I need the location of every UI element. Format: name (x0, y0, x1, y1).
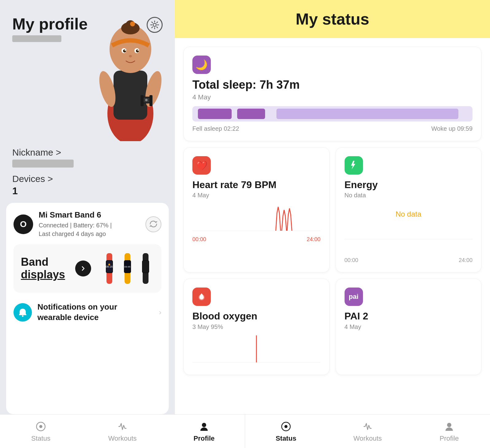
profile-icon-right (443, 420, 455, 433)
status-content: 🌙 Total sleep: 7h 37m 4 May Fell asleep … (175, 38, 490, 414)
energy-no-data: No data (345, 204, 473, 225)
svg-point-13 (125, 50, 126, 51)
nav-status-right[interactable]: Status (245, 415, 327, 448)
heart-rate-chart (192, 204, 321, 234)
device-row: O Mi Smart Band 6 Connected | Battery: 6… (14, 210, 161, 238)
nav-status-label-right: Status (276, 434, 296, 442)
device-info: Mi Smart Band 6 Connected | Battery: 67%… (39, 210, 140, 238)
heart-rate-title: Heart rate 79 BPM (192, 179, 321, 191)
svg-point-41 (202, 423, 206, 427)
sleep-title: Total sleep: 7h 37m (192, 78, 473, 91)
status-title: My status (185, 10, 480, 28)
band-displays-card[interactable]: Band displays 08:16 (14, 244, 161, 293)
device-name: Mi Smart Band 6 (39, 210, 140, 220)
sleep-bar (192, 106, 473, 122)
heart-rate-icon: ❤️ (192, 156, 211, 175)
sleep-icon: 🌙 (192, 56, 211, 74)
svg-point-8 (130, 21, 135, 26)
svg-point-25 (108, 264, 110, 265)
right-panel: My status 🌙 Total sleep: 7h 37m 4 May Fe… (175, 0, 490, 414)
nav-profile-label-left: Profile (194, 434, 214, 442)
svg-point-11 (123, 49, 126, 52)
sync-button[interactable] (145, 216, 161, 232)
nav-workouts-label-right: Workouts (353, 434, 382, 442)
device-logo: O (14, 214, 33, 234)
blood-oxygen-chart (192, 335, 321, 366)
left-nav: Status Workouts Profile (0, 415, 245, 448)
energy-subtitle: No data (345, 192, 473, 199)
notifications-text: Notifications on your wearable device (37, 302, 153, 323)
bottom-nav: Status Workouts Profile (0, 414, 490, 448)
svg-point-44 (447, 423, 451, 427)
device-card: O Mi Smart Band 6 Connected | Battery: 6… (6, 203, 169, 414)
status-icon-left (35, 420, 47, 433)
svg-text:09:45: 09:45 (124, 265, 131, 268)
profile-icon-left (198, 420, 210, 433)
blood-oxygen-icon (192, 288, 211, 306)
svg-rect-32 (143, 261, 149, 272)
blood-oxygen-title: Blood oxygen (192, 310, 321, 322)
nav-profile-left[interactable]: Profile (163, 415, 245, 448)
heart-rate-card[interactable]: ❤️ Heart rate 79 BPM 4 May 00:00 (183, 147, 330, 272)
pai-date: 4 May (345, 323, 473, 330)
profile-subtitle-blur (12, 35, 61, 42)
profile-header: My profile (0, 0, 175, 141)
energy-card[interactable]: Energy No data No data 00:00 24:00 (336, 147, 482, 272)
nav-profile-right[interactable]: Profile (408, 415, 490, 448)
svg-text:08:16: 08:16 (106, 265, 113, 268)
sleep-times: Fell asleep 02:22 Woke up 09:59 (192, 125, 473, 132)
blood-oxygen-date: 3 May 95% (192, 323, 321, 330)
nickname-label[interactable]: Nickname > (12, 147, 163, 158)
fell-asleep-time: Fell asleep 02:22 (192, 125, 239, 132)
device-status: Connected | Battery: 67% | Last charged … (39, 221, 140, 238)
workouts-icon-left (116, 420, 129, 433)
status-icon-right (280, 420, 292, 433)
svg-point-15 (129, 55, 132, 57)
left-panel: My profile (0, 0, 175, 414)
sleep-date: 4 May (192, 93, 473, 101)
avatar (89, 6, 172, 141)
nav-status-label-left: Status (31, 434, 50, 442)
band-displays-label: Band displays (21, 256, 65, 281)
svg-point-18 (145, 99, 148, 101)
pai-card[interactable]: pai PAI 2 4 May (336, 279, 482, 375)
notifications-icon (14, 303, 32, 322)
metrics-grid: ❤️ Heart rate 79 BPM 4 May 00:00 (183, 147, 481, 375)
status-header: My status (175, 0, 490, 38)
blood-oxygen-card[interactable]: Blood oxygen 3 May 95% (183, 279, 330, 375)
devices-section[interactable]: Devices > 1 (0, 168, 175, 197)
right-nav: Status Workouts Profile (245, 415, 490, 448)
energy-axis: 00:00 24:00 (345, 257, 473, 264)
pai-title: PAI 2 (345, 310, 473, 322)
nav-workouts-right[interactable]: Workouts (327, 415, 408, 448)
pai-icon: pai (345, 288, 363, 306)
band-images: 08:16 09:45 (101, 252, 154, 285)
svg-point-43 (284, 425, 287, 428)
devices-count: 1 (12, 185, 163, 197)
nav-workouts-label-left: Workouts (108, 434, 137, 442)
nav-workouts-left[interactable]: Workouts (82, 415, 163, 448)
workouts-icon-right (361, 420, 374, 433)
notifications-arrow[interactable]: › (159, 308, 161, 317)
nickname-value-blur (12, 160, 74, 168)
svg-point-12 (136, 49, 139, 52)
band-displays-arrow[interactable] (75, 261, 91, 276)
svg-rect-20 (149, 95, 152, 106)
energy-icon (345, 156, 363, 175)
energy-chart (345, 225, 473, 255)
svg-point-33 (22, 315, 24, 317)
woke-up-time: Woke up 09:59 (431, 125, 473, 132)
nav-profile-label-right: Profile (440, 434, 459, 442)
devices-label[interactable]: Devices > (12, 174, 163, 184)
nickname-section[interactable]: Nickname > (0, 141, 175, 168)
sleep-card[interactable]: 🌙 Total sleep: 7h 37m 4 May Fell asleep … (183, 47, 481, 141)
energy-title: Energy (345, 179, 473, 191)
heart-rate-date: 4 May (192, 192, 321, 199)
svg-point-40 (39, 425, 42, 428)
svg-point-14 (137, 50, 139, 51)
heart-rate-axis: 00:00 24:00 (192, 236, 321, 243)
nav-status-left[interactable]: Status (0, 415, 82, 448)
notifications-row[interactable]: Notifications on your wearable device › (14, 299, 161, 326)
svg-rect-19 (141, 95, 144, 106)
